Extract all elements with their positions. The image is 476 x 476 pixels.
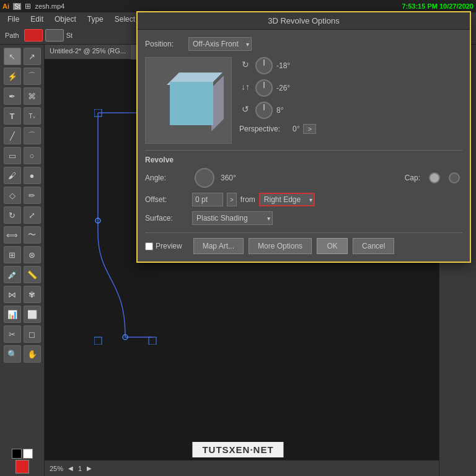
3d-preview <box>145 57 232 144</box>
position-label: Position: <box>145 40 188 48</box>
offset-input[interactable] <box>192 193 223 206</box>
y-rotation-icon: ↓↑ <box>239 82 252 94</box>
y-rotation-row: ↓↑ -26° <box>239 79 462 97</box>
offset-arrow-btn[interactable]: > <box>227 193 237 206</box>
y-dial[interactable] <box>255 79 273 97</box>
x-rotation-row: ↻ -18° <box>239 57 462 74</box>
angle-label: Angle: <box>145 174 188 182</box>
cube-front-face <box>170 82 213 125</box>
position-select-wrapper: Off-Axis Front <box>188 37 252 51</box>
angle-value: 360° <box>221 174 236 182</box>
cap-btn-1[interactable] <box>429 172 440 183</box>
surface-row: Surface: Wireframe No Shading Diffuse Sh… <box>145 211 462 225</box>
z-rotation-value: 8° <box>276 106 295 115</box>
divider-2 <box>145 232 462 233</box>
dialog-buttons: Preview Map Art... More Options OK Cance… <box>145 238 462 254</box>
revolve-section-label: Revolve <box>145 156 462 164</box>
preview-area: ↻ -18° ↓↑ -26° ↺ 8° <box>145 57 462 144</box>
x-rotation-icon: ↻ <box>239 60 252 72</box>
perspective-value: 0° <box>293 125 299 133</box>
rotation-controls: ↻ -18° ↓↑ -26° ↺ 8° <box>239 57 462 144</box>
preview-checkbox-label[interactable]: Preview <box>145 242 182 250</box>
3d-revolve-dialog: 3D Revolve Options Position: Off-Axis Fr… <box>136 11 471 263</box>
x-rotation-value: -18° <box>276 61 295 70</box>
cap-label: Cap: <box>405 174 420 182</box>
perspective-row: Perspective: 0° > <box>239 124 462 134</box>
from-select-wrapper: Right Edge Left Edge <box>259 193 315 206</box>
surface-select[interactable]: Wireframe No Shading Diffuse Shading Pla… <box>192 211 273 225</box>
ok-button[interactable]: OK <box>317 238 348 254</box>
cube-right-face <box>211 76 224 131</box>
perspective-label: Perspective: <box>239 125 289 133</box>
preview-label: Preview <box>156 242 182 250</box>
map-art-button[interactable]: Map Art... <box>193 238 244 254</box>
cap-btn-2[interactable] <box>449 172 460 183</box>
cube-shape <box>161 73 216 128</box>
dialog-overlay: 3D Revolve Options Position: Off-Axis Fr… <box>0 0 476 476</box>
angle-row: Angle: 360° Cap: <box>145 168 462 188</box>
surface-label: Surface: <box>145 214 188 223</box>
z-rotation-row: ↺ 8° <box>239 102 462 119</box>
surface-select-wrapper: Wireframe No Shading Diffuse Shading Pla… <box>192 211 273 225</box>
y-rotation-value: -26° <box>276 84 295 92</box>
z-rotation-icon: ↺ <box>239 104 252 117</box>
cancel-button[interactable]: Cancel <box>353 238 394 254</box>
perspective-btn[interactable]: > <box>303 124 315 134</box>
preview-checkbox[interactable] <box>145 242 153 250</box>
position-row: Position: Off-Axis Front <box>145 37 462 51</box>
from-label: from <box>240 195 255 204</box>
from-select[interactable]: Right Edge Left Edge <box>259 193 315 206</box>
offset-row: Offset: > from Right Edge Left Edge <box>145 193 462 206</box>
dialog-titlebar: 3D Revolve Options <box>138 12 470 30</box>
position-select[interactable]: Off-Axis Front <box>188 37 252 51</box>
angle-dial[interactable] <box>195 168 214 188</box>
z-dial[interactable] <box>255 102 273 119</box>
divider-1 <box>145 150 462 151</box>
x-dial[interactable] <box>255 57 273 74</box>
dialog-title: 3D Revolve Options <box>268 16 340 25</box>
more-options-button[interactable]: More Options <box>249 238 312 254</box>
offset-label: Offset: <box>145 195 188 204</box>
